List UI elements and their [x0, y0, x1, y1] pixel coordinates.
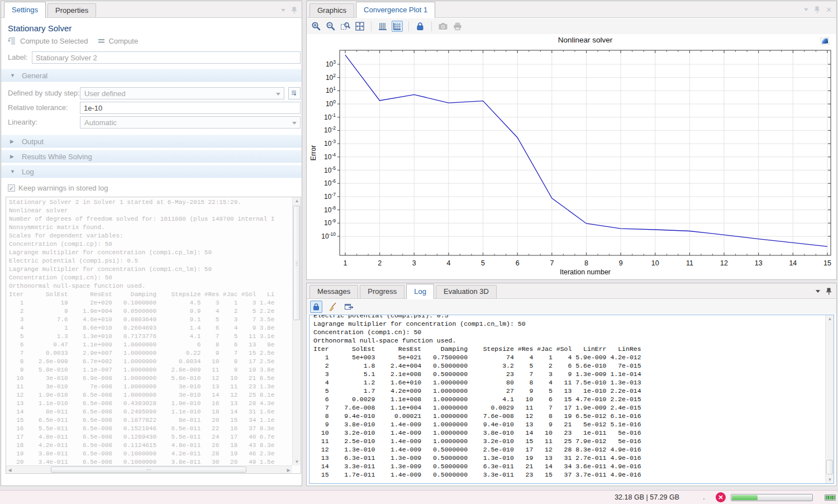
scroll-down-arrow[interactable]: ▼	[293, 458, 301, 465]
pin-icon[interactable]	[826, 288, 832, 295]
graphics-toolbar	[307, 18, 836, 34]
scroll-down-arrow[interactable]: ▼	[826, 476, 834, 483]
vscroll-thumb[interactable]	[293, 206, 300, 320]
linearity-caption: Linearity:	[8, 118, 37, 126]
zoom-extents-icon	[355, 21, 365, 31]
plot-settings-button[interactable]	[377, 21, 388, 32]
linearity-value: Automatic	[84, 118, 117, 127]
tab-log[interactable]: Log	[406, 284, 434, 299]
zoom-box-button[interactable]	[340, 21, 351, 32]
linearity-row: Linearity: Automatic	[1, 116, 302, 129]
scroll-right-arrow[interactable]: ▶	[285, 466, 292, 474]
section-general-label: General	[22, 72, 47, 80]
scroll-left-arrow[interactable]: ◀	[6, 466, 13, 474]
stored-log-vscrollbar[interactable]: ▲ ▼	[292, 197, 301, 465]
chevron-down-icon[interactable]	[281, 9, 285, 12]
plot-area[interactable]: 10310210110010-110-210-310-410-510-610-7…	[307, 34, 836, 279]
zoom-out-button[interactable]	[325, 21, 336, 32]
pin-icon[interactable]	[291, 7, 297, 14]
printer-icon	[453, 21, 463, 31]
scroll-up-arrow[interactable]: ▲	[826, 315, 834, 322]
section-expanded-icon: ▼	[10, 73, 15, 78]
pin-icon[interactable]	[814, 6, 820, 13]
compute-to-selected-icon	[8, 37, 17, 45]
graphics-panel: Graphics Convergence Plot 1 ✕ 1031021011…	[306, 1, 837, 280]
toolbar-separator	[371, 21, 372, 31]
follow-log-button[interactable]	[310, 301, 322, 313]
svg-text:8: 8	[584, 259, 588, 267]
chevron-down-icon[interactable]	[804, 8, 808, 11]
graphics-tabbar: Graphics Convergence Plot 1	[307, 1, 836, 18]
keep-warnings-checkbox-row: ✓ Keep warnings in stored log	[8, 184, 108, 192]
svg-text:10-10: 10-10	[321, 231, 336, 240]
tab-messages[interactable]: Messages	[310, 285, 358, 298]
svg-text:2: 2	[378, 259, 382, 267]
svg-text:10-8: 10-8	[324, 205, 336, 214]
svg-text:4: 4	[446, 259, 450, 267]
svg-text:11: 11	[686, 259, 693, 267]
svg-text:10-9: 10-9	[324, 218, 336, 227]
relative-tolerance-input[interactable]	[80, 102, 301, 114]
lock-icon	[312, 302, 321, 311]
svg-text:10-1: 10-1	[324, 112, 336, 121]
svg-text:10-4: 10-4	[324, 152, 336, 161]
tab-convergence-plot-1[interactable]: Convergence Plot 1	[356, 2, 435, 18]
log-content[interactable]: Electric potential (comp1.psi): 0.5 Lagr…	[309, 315, 834, 484]
cancel-button[interactable]: ✕	[716, 492, 726, 502]
section-expanded-icon: ▼	[10, 169, 15, 174]
section-collapsed-icon: ▶	[10, 154, 14, 159]
tab-graphics[interactable]: Graphics	[310, 3, 354, 17]
lock-axes-button[interactable]	[415, 21, 426, 32]
show-grid-button[interactable]	[392, 21, 403, 32]
memory-gauge-icon	[825, 495, 836, 501]
plot-thumbnail-icon[interactable]	[820, 37, 829, 45]
chevron-down-icon	[276, 93, 280, 96]
tab-properties[interactable]: Properties	[47, 3, 96, 17]
svg-text:10-5: 10-5	[324, 165, 336, 174]
section-general[interactable]: ▼ General	[1, 69, 302, 82]
svg-text:1: 1	[344, 259, 347, 267]
section-log[interactable]: ▼ Log	[1, 165, 302, 178]
progress-fill	[732, 495, 758, 500]
defined-by-study-step-row: Defined by study step: User defined	[1, 87, 302, 99]
log-text: Electric potential (comp1.psi): 0.5 Lagr…	[313, 315, 641, 479]
toolbar-separator	[431, 21, 432, 31]
tab-progress[interactable]: Progress	[360, 285, 404, 298]
tab-settings[interactable]: Settings	[4, 2, 46, 18]
settings-content: Stationary Solver Compute to Selected Co…	[1, 18, 302, 486]
close-icon[interactable]: ✕	[826, 6, 832, 13]
section-results-while-solving[interactable]: ▶ Results While Solving	[1, 150, 302, 163]
label-row: Label:	[1, 51, 302, 64]
zoom-extents-button[interactable]	[354, 21, 365, 32]
stored-log-hscrollbar[interactable]: ◀ ▶	[6, 465, 292, 473]
svg-text:10-3: 10-3	[324, 139, 336, 148]
section-output[interactable]: ▶ Output	[1, 135, 302, 148]
compute-icon	[98, 38, 105, 44]
log-vscrollbar[interactable]: ▲ ▼	[825, 315, 834, 483]
open-in-new-window-button[interactable]	[342, 301, 355, 313]
chevron-down-icon[interactable]	[816, 290, 820, 293]
svg-text:13: 13	[755, 259, 763, 267]
settings-corner-buttons	[281, 7, 297, 14]
svg-text:7: 7	[550, 259, 554, 267]
stored-log-textarea[interactable]: Stationary Solver 2 in Solver 1 started …	[6, 197, 301, 474]
chevron-down-icon	[292, 122, 297, 125]
hscroll-thumb[interactable]	[51, 467, 246, 473]
svg-text:10-6: 10-6	[324, 178, 336, 187]
defined-by-study-step-caption: Defined by study step:	[8, 89, 80, 97]
section-collapsed-icon: ▶	[10, 139, 14, 144]
defined-by-study-step-value: User defined	[84, 89, 126, 98]
svg-text:100: 100	[326, 99, 336, 108]
svg-text:Error: Error	[310, 145, 317, 161]
zoom-in-button[interactable]	[311, 21, 322, 32]
settings-command-row: Compute to Selected Compute	[8, 36, 138, 46]
vscroll-thumb[interactable]	[826, 460, 833, 474]
tab-evaluation-3d[interactable]: Evaluation 3D	[436, 285, 497, 298]
progress-bar	[731, 494, 813, 501]
broom-icon	[328, 302, 337, 311]
compute-label: Compute	[108, 37, 138, 45]
label-caption: Label:	[8, 53, 27, 61]
scroll-up-arrow[interactable]: ▲	[293, 197, 301, 205]
clear-log-button[interactable]	[326, 301, 339, 313]
svg-text:10-2: 10-2	[324, 125, 336, 134]
